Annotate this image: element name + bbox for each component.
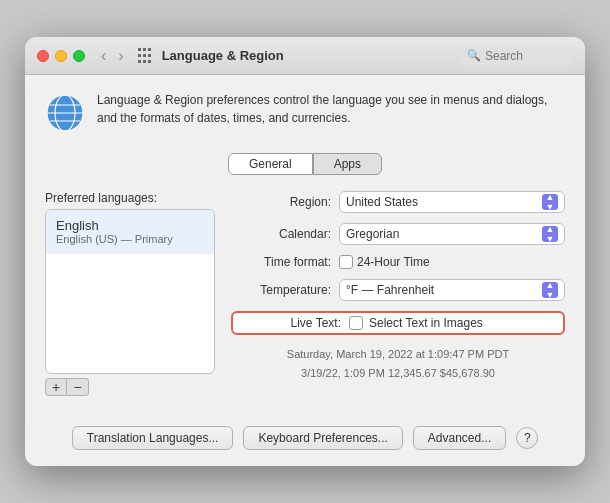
live-text-check: Select Text in Images (349, 316, 483, 330)
forward-button[interactable]: › (114, 45, 127, 67)
calendar-dropdown[interactable]: Gregorian ▲▼ (339, 223, 565, 245)
region-value: United States (346, 195, 418, 209)
settings-panel: Region: United States ▲▼ Calendar: Grego… (231, 191, 565, 396)
live-text-label: Live Text: (241, 316, 341, 330)
calendar-row: Calendar: Gregorian ▲▼ (231, 223, 565, 245)
remove-language-button[interactable]: − (67, 378, 89, 396)
lang-sub: English (US) — Primary (56, 233, 204, 245)
time-format-label: Time format: (231, 255, 331, 269)
window-title: Language & Region (162, 48, 284, 63)
search-box[interactable]: 🔍 (459, 47, 573, 65)
titlebar: ‹ › Language & Region 🔍 (25, 37, 585, 75)
time-format-value: 24-Hour Time (357, 255, 430, 269)
temperature-dropdown[interactable]: °F — Fahrenheit ▲▼ (339, 279, 565, 301)
time-format-checkbox[interactable] (339, 255, 353, 269)
tab-general[interactable]: General (228, 153, 313, 175)
preview-line1: Saturday, March 19, 2022 at 1:09:47 PM P… (231, 345, 565, 364)
help-button[interactable]: ? (516, 427, 538, 449)
preview-line2: 3/19/22, 1:09 PM 12,345.67 $45,678.90 (231, 364, 565, 383)
keyboard-preferences-button[interactable]: Keyboard Preferences... (243, 426, 402, 450)
close-button[interactable] (37, 50, 49, 62)
traffic-lights (37, 50, 85, 62)
grid-icon[interactable] (138, 48, 154, 64)
advanced-button[interactable]: Advanced... (413, 426, 506, 450)
preview-section: Saturday, March 19, 2022 at 1:09:47 PM P… (231, 345, 565, 382)
search-icon: 🔍 (467, 49, 481, 62)
list-controls: + − (45, 378, 215, 396)
temperature-label: Temperature: (231, 283, 331, 297)
languages-label: Preferred languages: (45, 191, 215, 205)
minimize-button[interactable] (55, 50, 67, 62)
footer: Translation Languages... Keyboard Prefer… (25, 412, 585, 466)
time-format-checkbox-row: 24-Hour Time (339, 255, 430, 269)
region-label: Region: (231, 195, 331, 209)
maximize-button[interactable] (73, 50, 85, 62)
region-dropdown-arrow: ▲▼ (542, 194, 558, 210)
live-text-row: Live Text: Select Text in Images (231, 311, 565, 335)
list-item[interactable]: English English (US) — Primary (46, 210, 214, 254)
calendar-dropdown-arrow: ▲▼ (542, 226, 558, 242)
temperature-value: °F — Fahrenheit (346, 283, 434, 297)
window: ‹ › Language & Region 🔍 (25, 37, 585, 466)
live-text-checkbox[interactable] (349, 316, 363, 330)
back-button[interactable]: ‹ (97, 45, 110, 67)
time-format-row: Time format: 24-Hour Time (231, 255, 565, 269)
lang-name: English (56, 218, 204, 233)
main-area: Preferred languages: English English (US… (45, 191, 565, 396)
live-text-button-label: Select Text in Images (369, 316, 483, 330)
search-input[interactable] (485, 49, 565, 63)
content: Language & Region preferences control th… (25, 75, 585, 412)
description-row: Language & Region preferences control th… (45, 91, 565, 137)
languages-list: English English (US) — Primary (45, 209, 215, 374)
translation-languages-button[interactable]: Translation Languages... (72, 426, 234, 450)
calendar-value: Gregorian (346, 227, 399, 241)
region-dropdown[interactable]: United States ▲▼ (339, 191, 565, 213)
region-row: Region: United States ▲▼ (231, 191, 565, 213)
temperature-dropdown-arrow: ▲▼ (542, 282, 558, 298)
add-language-button[interactable]: + (45, 378, 67, 396)
description-text: Language & Region preferences control th… (97, 91, 565, 127)
tab-apps[interactable]: Apps (313, 153, 382, 175)
tabs: General Apps (45, 153, 565, 175)
nav-buttons: ‹ › (97, 45, 128, 67)
languages-panel: Preferred languages: English English (US… (45, 191, 215, 396)
globe-icon (45, 91, 85, 137)
temperature-row: Temperature: °F — Fahrenheit ▲▼ (231, 279, 565, 301)
calendar-label: Calendar: (231, 227, 331, 241)
